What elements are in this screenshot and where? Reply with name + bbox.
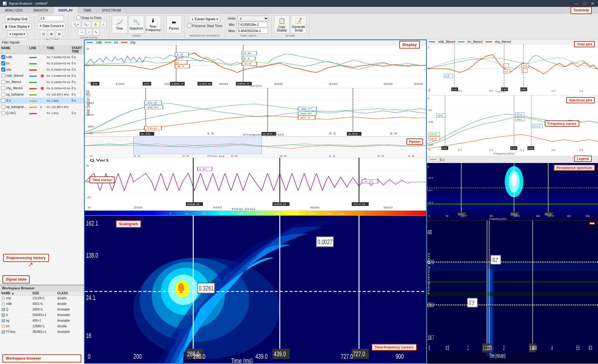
signal-name: trn_filtered [6, 80, 21, 84]
extract-signals-button[interactable]: ⤓ Extract Signals ▾ [189, 16, 220, 22]
svg-text:-22.6: -22.6 [146, 101, 157, 104]
svg-text:3.48: 3.48 [532, 345, 537, 351]
q-icon: 🔢 [1, 308, 5, 311]
data-cursors-button[interactable]: ✛ Data Cursors ▾ [37, 22, 66, 29]
time-frequency-view-button[interactable]: 🌡 Time-Frequency [145, 16, 161, 34]
svg-text:Time (s): Time (s) [496, 90, 505, 93]
mtlb-checkbox[interactable] [1, 55, 5, 59]
sg-batsignal2-checkbox[interactable] [1, 105, 5, 109]
maximize-button[interactable]: □ [582, 1, 587, 6]
views-btns: 📈 Time 📉 Spectrum 🌡 Time-Frequency [112, 16, 161, 34]
tab-smooth[interactable]: SMOOTH [28, 7, 53, 14]
svg-text:3: 3 [86, 47, 89, 50]
panner-svg: 0 0.2 0.5 0.6 0.9 1.2 1.5 1.6 Time (s) [85, 137, 426, 158]
clear-display-button[interactable]: 🗑 Clear Display ▾ [2, 23, 32, 30]
qvar1-checkbox[interactable] [1, 111, 5, 115]
reset-zoom-button[interactable]: ⌂ [100, 21, 107, 28]
chp-checkbox[interactable] [1, 68, 5, 72]
svg-text:900: 900 [396, 353, 404, 360]
svg-text:1.76: 1.76 [487, 345, 492, 351]
wb-row-chp[interactable]: 📋chp 13129×1 double [0, 296, 84, 301]
units-select[interactable]: s ms [238, 16, 269, 21]
svg-text:-0.8: -0.8 [522, 64, 527, 67]
svg-text:1.6*: 1.6* [199, 168, 207, 170]
signal-row-chp-filtered[interactable]: chp_filtered 🔴 Fs: 8.1920e+03 Hz 0 s [0, 85, 84, 91]
signal-row-trn-filtered[interactable]: trn_filtered Fs: 8.1920e+03 Hz 0 s [0, 79, 84, 85]
svg-text:0.5: 0.5 [182, 155, 189, 157]
svg-rect-262 [427, 281, 598, 283]
info-cell [39, 63, 45, 64]
sg-batsignal-checkbox[interactable] [1, 92, 5, 96]
tab-analyzer[interactable]: ANALYZER [0, 7, 28, 14]
measure-btn-2[interactable]: ⊞ [48, 30, 55, 37]
panner-button[interactable]: ⬌ Panner [166, 16, 182, 34]
signal-row-qvar1[interactable]: Q.Var1 Fs: 1 kHz 0 s [0, 110, 84, 116]
scalogram-annotation: Scalogram [116, 220, 141, 228]
trn-checkbox[interactable] [1, 61, 5, 65]
right-time-chart: Time plot mtlb_filtered trn_filtered chp… [427, 40, 598, 96]
wb-row-trn[interactable]: 📋trn 12880×1 double [0, 324, 84, 329]
signal-row-mtlb-filtered[interactable]: mtlb_filtered 🔴 Fs: 7.4180e+03 Hz 0 s [0, 73, 84, 79]
svg-text:-29.8: -29.8 [437, 114, 443, 117]
snap-to-data-checkbox[interactable] [76, 16, 80, 20]
tab-time[interactable]: TIME [78, 7, 97, 14]
generate-script-button[interactable]: 📝 Generate Script [291, 16, 306, 34]
roi-label: REGION OF INTEREST [189, 34, 220, 37]
tab-display[interactable]: DISPLAY [54, 7, 78, 14]
wb-row-sg[interactable]: 🔢sg 400×1 timetable [0, 318, 84, 324]
share-label: SHARE [285, 34, 295, 37]
mtlb-filtered-checkbox[interactable] [1, 74, 5, 78]
zoom-out-button[interactable]: 🔍- [82, 21, 91, 28]
wb-row-s[interactable]: 🔢S 500001×1 timetable [0, 312, 84, 318]
spectrum-view-button[interactable]: 📉 Spectrum [129, 16, 144, 34]
signal-row-trn[interactable]: trn Fs: 8.1920e+03 Hz 0 s [0, 60, 84, 67]
ribbon-row-3: ≡ Legend ▾ [7, 30, 27, 37]
tab-spectrum[interactable]: SPECTRUM [97, 7, 126, 14]
display-grid-button[interactable]: ⊞ Display Grid [5, 16, 30, 22]
svg-text:4: 4 [551, 345, 553, 351]
close-button[interactable]: ✕ [590, 1, 596, 6]
zoom-in-button[interactable]: 🔍+ [71, 21, 81, 28]
signal-row-sg-batsignal[interactable]: sg_batsignal Fs: 142.8571 kHz 0 s [0, 91, 84, 98]
svg-text:-28.5*: -28.5* [146, 106, 159, 109]
signal-row-sx[interactable]: S.x Fs: 1 kHz 0 s [0, 98, 84, 104]
data-cursors-input[interactable] [39, 16, 64, 21]
legend-button[interactable]: ≡ Legend ▾ [7, 30, 27, 37]
wb-row-q[interactable]: 🔢Q 1000×1 timetable [0, 307, 84, 312]
col-line: LINE [28, 46, 39, 54]
ribbon-group-panner: ⬌ Panner [164, 15, 185, 38]
fs-cell: Fs: 142.8571 kHz [45, 93, 70, 96]
signal-name: sg_batsignal... [6, 105, 26, 109]
svg-text:1.3: 1.3 [176, 53, 183, 56]
zoom-xy-button[interactable]: ⤡ [93, 29, 99, 35]
line-color [29, 69, 37, 71]
preserve-start-time-checkbox[interactable] [187, 24, 191, 28]
zoom-x-button[interactable]: ↔ [78, 29, 85, 35]
signal-row-chp[interactable]: chp Fs: 8.1920e+03 Hz 0 s [0, 67, 84, 73]
svg-text:5.5: 5.5 [576, 345, 580, 351]
svg-text:100.7: 100.7 [461, 215, 467, 217]
pan-button[interactable]: ✋ [92, 21, 100, 28]
max-input[interactable] [237, 28, 268, 34]
signal-row-sg-batsignal2[interactable]: sg_batsignal... ℹ Fs: 142.8571 kHz [0, 104, 84, 110]
wb-row-ychirp[interactable]: 🔢YChirp 352801×1 timetable [0, 329, 84, 335]
legend-mtlb-label: mtlb [96, 41, 102, 44]
minimize-button[interactable]: — [573, 1, 580, 6]
titlebar-controls[interactable]: — □ ✕ [573, 1, 596, 6]
preprocessing-arrow: ↗ [28, 261, 33, 268]
min-input[interactable] [236, 22, 268, 27]
time-view-button[interactable]: 📈 Time [112, 16, 127, 34]
legend-trn-label: trn [114, 41, 118, 44]
svg-text:100: 100 [115, 82, 125, 86]
measure-btn-3[interactable]: ⊟ [56, 30, 63, 37]
wb-row-mtlb[interactable]: 📋mtlb 4001×1 double [0, 301, 84, 307]
sx-checkbox[interactable] [1, 99, 5, 103]
main-layout: Filter Signals NAME LINE TIME START TIME… [0, 40, 598, 364]
chp-filtered-checkbox[interactable] [1, 86, 5, 90]
svg-text:400: 400 [567, 215, 571, 217]
measure-btn-1[interactable]: ⊡ [40, 30, 47, 37]
zoom-y-button[interactable]: ↕ [86, 29, 92, 35]
signal-row-mtlb[interactable]: mtlb Fs: 7.4180e+03 Hz 0 s [0, 54, 84, 60]
copy-display-button[interactable]: 📋 Copy Display [274, 16, 290, 34]
trn-filtered-checkbox[interactable] [1, 80, 5, 84]
